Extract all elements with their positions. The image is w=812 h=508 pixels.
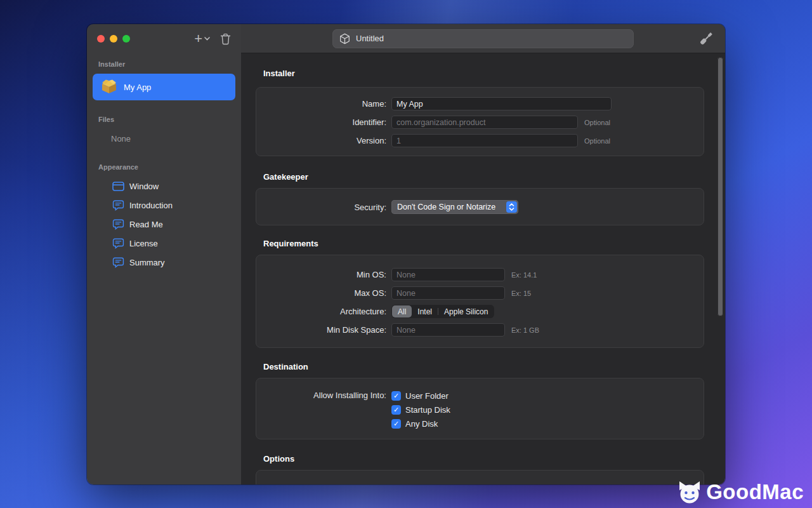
document-title: Untitled	[356, 34, 384, 43]
architecture-option-all[interactable]: All	[392, 305, 412, 318]
chevron-down-icon	[204, 37, 210, 41]
checkbox-row-startup-disk: ✓ Startup Disk	[391, 404, 450, 415]
checkbox-label: Startup Disk	[405, 405, 450, 415]
checkbox-row-any-disk: ✓ Any Disk	[391, 418, 450, 429]
document-title-field[interactable]: Untitled	[332, 29, 634, 48]
zoom-window-button[interactable]	[122, 35, 130, 43]
architecture-option-intel[interactable]: Intel	[412, 305, 438, 318]
requirements-panel: Min OS: Ex: 14.1 Max OS: Ex: 15	[256, 255, 704, 348]
sidebar-item-label: License	[129, 239, 158, 248]
section-heading-destination: Destination	[256, 362, 704, 371]
speech-bubble-icon	[112, 219, 124, 230]
settings-form: Installer Name: Identifier: Optional	[241, 53, 725, 485]
main-pane: Untitled In	[241, 24, 725, 485]
window-controls	[97, 35, 130, 43]
sidebar-item-summary[interactable]: Summary	[87, 253, 241, 272]
watermark-brand-text: GoodMac	[706, 480, 804, 504]
sidebar-item-label: Introduction	[129, 201, 173, 210]
close-window-button[interactable]	[97, 35, 105, 43]
scrollbar-thumb[interactable]	[717, 57, 723, 316]
add-item-button[interactable]: +	[194, 32, 210, 45]
build-button[interactable]	[696, 30, 716, 48]
identifier-label: Identifier:	[256, 117, 386, 127]
checkmark-icon: ✓	[393, 406, 399, 413]
identifier-input[interactable]	[391, 116, 578, 129]
files-empty-label: None	[87, 134, 241, 144]
options-panel	[256, 470, 704, 485]
min-os-input[interactable]	[391, 268, 505, 281]
max-os-label: Max OS:	[256, 288, 386, 298]
desktop-wallpaper: +	[0, 0, 812, 508]
checkbox-label: Any Disk	[405, 419, 438, 429]
checkbox-row-user-folder: ✓ User Folder	[391, 391, 450, 401]
version-input[interactable]	[391, 134, 578, 147]
security-popup-value: Don't Code Sign or Notarize	[397, 203, 495, 211]
architecture-segmented-control: All Intel Apple Silicon	[391, 305, 494, 318]
cat-logo-icon	[676, 481, 703, 504]
version-label: Version:	[256, 136, 386, 145]
min-disk-label: Min Disk Space:	[256, 325, 386, 335]
sidebar-item-label: Summary	[129, 258, 165, 267]
popup-chevrons-icon	[506, 201, 517, 213]
section-heading-requirements: Requirements	[256, 239, 704, 248]
section-heading-gatekeeper: Gatekeeper	[256, 172, 704, 182]
sidebar-item-label: My App	[124, 83, 151, 92]
identifier-optional-hint: Optional	[584, 119, 610, 126]
sidebar-item-label: Window	[129, 182, 159, 191]
version-optional-hint: Optional	[584, 137, 610, 145]
min-disk-input[interactable]	[391, 323, 505, 337]
screwdriver-icon	[697, 30, 715, 48]
goodmac-watermark: GoodMac	[676, 480, 804, 504]
sidebar-item-window[interactable]: Window	[87, 177, 241, 196]
app-window: +	[87, 24, 725, 485]
sidebar-section-installer: Installer	[87, 60, 241, 68]
scrollbar-track	[717, 56, 723, 479]
package-icon	[101, 79, 117, 95]
appearance-list: Window Introduction	[87, 177, 241, 272]
name-label: Name:	[256, 99, 386, 109]
name-input[interactable]	[391, 97, 612, 110]
gatekeeper-panel: Security: Don't Code Sign or Notarize	[256, 188, 704, 225]
speech-bubble-icon	[112, 238, 124, 249]
sidebar-item-label: Read Me	[129, 220, 163, 229]
minimize-window-button[interactable]	[110, 35, 117, 43]
speech-bubble-icon	[112, 257, 124, 268]
section-heading-options: Options	[256, 454, 704, 464]
sidebar-item-license[interactable]: License	[87, 234, 241, 253]
checkbox-label: User Folder	[405, 391, 449, 401]
min-os-example-hint: Ex: 14.1	[511, 271, 537, 279]
startup-disk-checkbox[interactable]: ✓	[391, 405, 401, 415]
destination-panel: Allow Installing Into: ✓ User Folder ✓ S…	[256, 378, 704, 439]
delete-item-button[interactable]	[220, 33, 231, 45]
architecture-option-apple-silicon[interactable]: Apple Silicon	[438, 305, 494, 318]
cube-package-icon	[339, 33, 350, 44]
titlebar: Untitled	[241, 24, 725, 53]
sidebar-item-read-me[interactable]: Read Me	[87, 215, 241, 234]
security-popup-button[interactable]: Don't Code Sign or Notarize	[391, 200, 518, 214]
trash-icon	[220, 33, 231, 45]
window-icon	[112, 182, 124, 191]
checkmark-icon: ✓	[393, 392, 399, 399]
max-os-input[interactable]	[391, 286, 505, 300]
security-label: Security:	[256, 203, 386, 212]
sidebar-section-appearance: Appearance	[87, 163, 241, 171]
sidebar-toolbar: +	[87, 24, 241, 53]
speech-bubble-icon	[112, 200, 124, 211]
section-heading-installer: Installer	[256, 69, 704, 78]
installer-panel: Name: Identifier: Optional Version:	[256, 87, 704, 156]
sidebar-item-introduction[interactable]: Introduction	[87, 196, 241, 215]
checkmark-icon: ✓	[393, 420, 399, 427]
any-disk-checkbox[interactable]: ✓	[391, 419, 401, 429]
user-folder-checkbox[interactable]: ✓	[391, 391, 401, 401]
allow-installing-label: Allow Installing Into:	[256, 391, 386, 401]
sidebar: +	[87, 24, 241, 485]
max-os-example-hint: Ex: 15	[511, 290, 531, 297]
sidebar-section-files: Files	[87, 116, 241, 123]
min-os-label: Min OS:	[256, 270, 386, 279]
architecture-label: Architecture:	[256, 307, 386, 316]
min-disk-example-hint: Ex: 1 GB	[511, 326, 539, 334]
sidebar-item-my-app[interactable]: My App	[93, 74, 235, 100]
plus-icon: +	[194, 32, 202, 45]
